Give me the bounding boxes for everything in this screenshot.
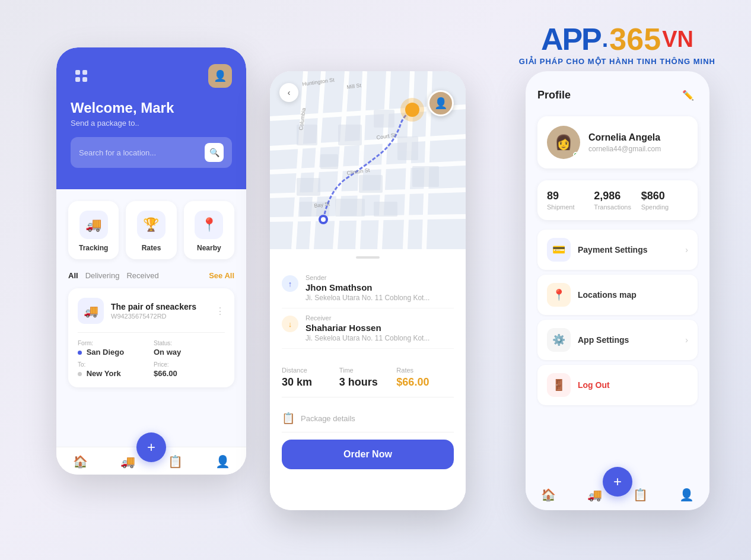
edit-icon[interactable]: ✏️: [679, 85, 698, 104]
online-indicator: [573, 152, 579, 158]
welcome-text: Welcome, Mark: [71, 100, 232, 116]
sender-address: Ji. Sekeloa Utara No. 11 Coblong Kot...: [306, 294, 429, 302]
receiver-dot-icon: ↓: [282, 316, 298, 332]
svg-rect-23: [374, 202, 397, 217]
time-value: 3 hours: [339, 376, 397, 389]
route-info: ↑ Sender Jhon Smathson Ji. Sekeloa Utara…: [282, 268, 454, 349]
sender-label: Sender: [306, 274, 429, 281]
subtitle-text: Send a package to..: [71, 119, 232, 128]
menu-app-settings[interactable]: ⚙️ App Settings ›: [537, 320, 698, 360]
nav-orders[interactable]: 📋: [168, 454, 183, 469]
phone3-profile-screen: Profile ✏️ 👩 Cornelia Angela cornelia44@…: [526, 71, 709, 510]
nav-home[interactable]: 🏠: [73, 454, 88, 469]
to-dot: [78, 372, 82, 376]
back-button[interactable]: ‹: [279, 83, 298, 102]
package-id: W94235675472RD: [111, 313, 208, 320]
nearby-label: Nearby: [197, 244, 221, 252]
shipment-value: 89: [547, 190, 594, 202]
sender-info: Sender Jhon Smathson Ji. Sekeloa Utara N…: [306, 274, 429, 302]
svg-point-25: [321, 217, 326, 222]
package-name: The pair of sneackers: [111, 302, 208, 311]
nav-delivery[interactable]: 🚚: [120, 454, 135, 469]
user-avatar[interactable]: 👤: [208, 64, 232, 88]
svg-rect-17: [297, 178, 320, 196]
package-menu-icon[interactable]: ⋮: [215, 306, 225, 317]
topbar: 👤: [71, 64, 232, 88]
search-bar[interactable]: 🔍: [71, 137, 232, 168]
phone2-tracking-screen: Huntington St Mill St Court St Clinton S…: [270, 71, 466, 510]
see-all-link[interactable]: See All: [209, 271, 234, 280]
settings-label: App Settings: [578, 335, 678, 345]
settings-icon: ⚙️: [547, 328, 571, 352]
payment-chevron-icon: ›: [685, 245, 688, 254]
settings-chevron-icon: ›: [685, 335, 688, 345]
filter-row: All Delivering Received See All: [68, 271, 234, 280]
tracking-icon: 🚚: [79, 211, 108, 239]
logout-icon: 🚪: [547, 373, 571, 397]
logo-app-text: APP: [541, 24, 601, 55]
menu-payment-settings[interactable]: 💳 Payment Settings ›: [537, 230, 698, 270]
profile-title: Profile: [537, 89, 571, 101]
spending-stat: $860 Spending: [641, 190, 688, 211]
app-logo: APP . 365 VN GIẢI PHÁP CHO MỘT HÀNH TINH…: [519, 24, 715, 66]
distance-label: Distance: [282, 367, 339, 374]
filter-received[interactable]: Received: [126, 271, 158, 280]
p3-nav-profile[interactable]: 👤: [679, 488, 694, 502]
logout-label: Log Out: [578, 380, 688, 390]
map-area: Huntington St Mill St Court St Clinton S…: [270, 71, 466, 249]
package-details-row[interactable]: 📋 Package details: [282, 405, 454, 432]
filter-all[interactable]: All: [68, 271, 78, 280]
action-nearby[interactable]: 📍 Nearby: [184, 201, 234, 259]
p3-nav-orders[interactable]: 📋: [633, 488, 648, 502]
package-header: 🚚 The pair of sneackers W94235675472RD ⋮: [78, 298, 225, 324]
stats-row: Distance 30 km Time 3 hours Rates $66.00: [282, 358, 454, 397]
svg-point-27: [405, 103, 419, 117]
spending-value: $860: [641, 190, 688, 202]
profile-user-info: Cornelia Angela cornelia44@gmail.com: [588, 132, 661, 153]
rates-stat: Rates $66.00: [396, 367, 454, 389]
menu-locations-map[interactable]: 📍 Locations map: [537, 275, 698, 315]
locations-label: Locations map: [578, 290, 688, 300]
shipment-label: Shipment: [547, 203, 594, 211]
to-value: New York: [78, 369, 149, 378]
logo-subtitle: GIẢI PHÁP CHO MỘT HÀNH TINH THÔNG MINH: [519, 57, 715, 66]
grid-icon[interactable]: [71, 65, 92, 87]
phone1-body: 🚚 Tracking 🏆 Rates 📍 Nearby All Deliveri…: [56, 189, 246, 447]
p3-fab-add-button[interactable]: +: [603, 467, 632, 497]
logo-vn-text: VN: [662, 28, 693, 50]
p3-nav-home[interactable]: 🏠: [541, 488, 556, 502]
svg-rect-22: [335, 199, 365, 217]
nearby-icon: 📍: [195, 211, 223, 239]
package-details-label: Package details: [301, 414, 355, 423]
shipment-stat: 89 Shipment: [547, 190, 594, 211]
nav-profile[interactable]: 👤: [215, 454, 230, 469]
search-input[interactable]: [79, 148, 200, 157]
from-label: Form:: [78, 340, 149, 346]
action-rates[interactable]: 🏆 Rates: [126, 201, 176, 259]
sender-dot-icon: ↑: [282, 275, 298, 292]
drag-handle: [356, 256, 380, 259]
status-field: Status: On way: [154, 340, 225, 357]
action-tracking[interactable]: 🚚 Tracking: [68, 201, 119, 259]
logo-365-text: 365: [609, 24, 661, 55]
locations-icon: 📍: [547, 283, 571, 307]
rates-icon: 🏆: [137, 211, 166, 239]
phone1-navbar: 🏠 🚚 + 📋 👤: [56, 447, 246, 475]
fab-add-button[interactable]: +: [136, 432, 166, 462]
menu-logout[interactable]: 🚪 Log Out: [537, 365, 698, 405]
order-now-button[interactable]: Order Now: [282, 440, 454, 469]
payment-label: Payment Settings: [578, 245, 678, 254]
phone2-body: ↑ Sender Jhon Smathson Ji. Sekeloa Utara…: [270, 249, 466, 510]
receiver-info: Receiver Shahariar Hossen Ji. Sekeloa Ut…: [306, 314, 429, 342]
rates-value: $66.00: [396, 376, 454, 389]
svg-rect-21: [412, 166, 439, 187]
from-field: Form: San Diego: [78, 340, 149, 357]
time-stat: Time 3 hours: [339, 367, 397, 389]
filter-delivering[interactable]: Delivering: [85, 271, 120, 280]
from-dot: [78, 351, 82, 355]
package-icon: 🚚: [78, 298, 104, 324]
search-button[interactable]: 🔍: [205, 143, 224, 162]
profile-name: Cornelia Angela: [588, 132, 661, 143]
p3-nav-delivery[interactable]: 🚚: [587, 488, 602, 502]
receiver-point: ↓ Receiver Shahariar Hossen Ji. Sekeloa …: [282, 308, 454, 349]
